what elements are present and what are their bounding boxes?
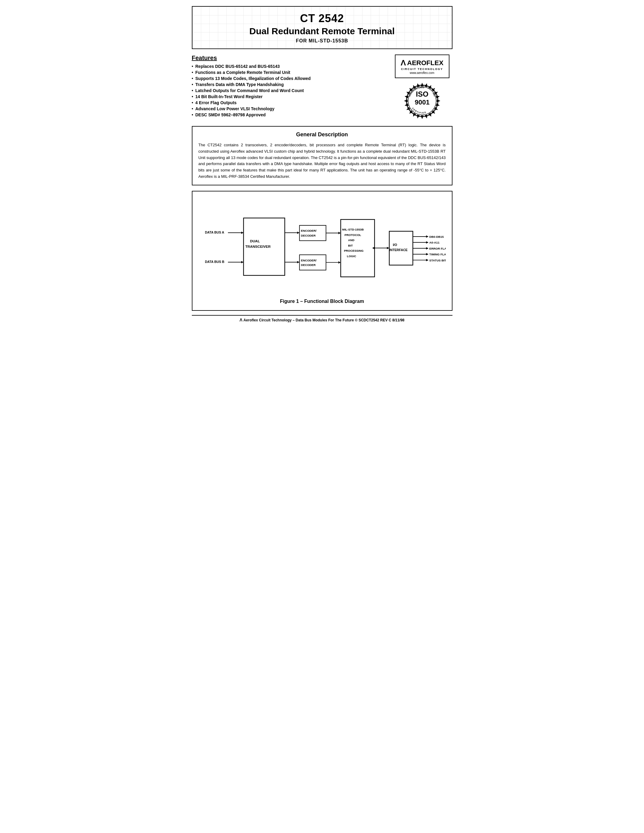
svg-marker-18 xyxy=(404,99,407,102)
description-title: General Description xyxy=(198,132,446,138)
aeroflex-url: www.aeroflex.com xyxy=(400,71,444,74)
aeroflex-subtitle: CIRCUIT TECHNOLOGY xyxy=(400,68,444,71)
iso-badge: ISO 9001 AEROFLEX LABS INC. C E R T I F … xyxy=(402,81,442,121)
svg-text:MIL-STD-1553B: MIL-STD-1553B xyxy=(342,228,364,231)
description-text: The CT2542 contains 2 transceivers, 2 en… xyxy=(198,142,446,180)
svg-marker-69 xyxy=(426,235,428,238)
svg-marker-6 xyxy=(437,99,440,102)
feature-item: DESC SMD# 5962–89798 Approved xyxy=(192,113,386,117)
svg-text:9001: 9001 xyxy=(415,98,430,106)
svg-text:DB0-DB15: DB0-DB15 xyxy=(429,235,444,238)
feature-item: Functions as a Complete Remote Terminal … xyxy=(192,70,386,75)
features-section: Features Replaces DDC BUS-65142 and BUS-… xyxy=(192,55,452,121)
svg-marker-42 xyxy=(297,232,299,234)
footer-text: Aeroflex Circuit Technology – Data Bus M… xyxy=(243,318,404,322)
product-standard: FOR MIL-STD-1553B xyxy=(198,38,446,43)
feature-item: Latched Outputs for Command Word and Wor… xyxy=(192,88,386,93)
svg-text:BIT: BIT xyxy=(348,244,353,247)
svg-marker-78 xyxy=(426,253,428,255)
header-box: CT 2542 Dual Redundant Remote Terminal F… xyxy=(192,6,452,49)
features-left: Features Replaces DDC BUS-65142 and BUS-… xyxy=(192,55,386,119)
svg-marker-0 xyxy=(421,83,424,86)
svg-text:INTERFACE: INTERFACE xyxy=(389,248,407,252)
svg-text:DUAL: DUAL xyxy=(250,239,260,243)
aeroflex-name: AEROFLEX xyxy=(407,59,443,67)
svg-marker-75 xyxy=(426,247,428,249)
feature-item: Transfers Data with DMA Type Handshaking xyxy=(192,82,386,87)
svg-text:DECODER: DECODER xyxy=(301,263,316,267)
svg-text:I/O: I/O xyxy=(393,243,397,246)
header-content: CT 2542 Dual Redundant Remote Terminal F… xyxy=(192,6,452,48)
svg-rect-45 xyxy=(299,225,326,241)
feature-item: Supports 13 Mode Codes, Illegalization o… xyxy=(192,76,386,81)
svg-text:DATA BUS A: DATA BUS A xyxy=(205,230,224,234)
aeroflex-logo-box: Λ AEROFLEX CIRCUIT TECHNOLOGY www.aerofl… xyxy=(395,55,449,78)
feature-item: Replaces DDC BUS-65142 and BUS-65143 xyxy=(192,64,386,69)
svg-text:ERROR FLAG: ERROR FLAG xyxy=(429,246,446,250)
svg-marker-81 xyxy=(426,259,428,261)
svg-text:DATA BUS B: DATA BUS B xyxy=(205,260,224,264)
feature-item: Advanced Low Power VLSI Technology xyxy=(192,106,386,111)
svg-text:ENCODER/: ENCODER/ xyxy=(301,258,317,262)
svg-text:ENCODER/: ENCODER/ xyxy=(301,229,317,232)
svg-text:PROCESSING: PROCESSING xyxy=(344,249,363,252)
svg-rect-48 xyxy=(299,255,326,270)
svg-marker-64 xyxy=(372,247,375,249)
diagram-title: Figure 1 – Functional Block Diagram xyxy=(198,299,446,304)
svg-marker-72 xyxy=(426,241,428,244)
diagram-svg-container: DATA BUS A DATA BUS B DUAL TRANSCEIVER xyxy=(198,198,446,294)
aeroflex-A-icon: Λ xyxy=(401,58,406,68)
features-right: Λ AEROFLEX CIRCUIT TECHNOLOGY www.aerofl… xyxy=(392,55,452,121)
footer-aeroflex-icon: Λ xyxy=(240,317,242,322)
svg-text:PROTOCOL: PROTOCOL xyxy=(344,233,361,236)
svg-text:STATUS BITS: STATUS BITS xyxy=(429,258,446,262)
svg-marker-12 xyxy=(421,116,424,119)
svg-text:TRANSCEIVER: TRANSCEIVER xyxy=(245,244,270,248)
block-diagram-svg: DATA BUS A DATA BUS B DUAL TRANSCEIVER xyxy=(198,198,446,294)
iso-badge-svg: ISO 9001 AEROFLEX LABS INC. C E R T I F … xyxy=(402,81,442,121)
svg-text:LOGIC: LOGIC xyxy=(347,254,356,258)
svg-text:AND: AND xyxy=(348,238,354,242)
description-box: General Description The CT2542 contains … xyxy=(192,126,452,185)
svg-text:A0-A11: A0-A11 xyxy=(429,241,440,244)
svg-marker-44 xyxy=(297,261,299,263)
svg-text:DECODER: DECODER xyxy=(301,234,316,237)
diagram-box: DATA BUS A DATA BUS B DUAL TRANSCEIVER xyxy=(192,191,452,311)
features-heading: Features xyxy=(192,55,386,61)
svg-text:ISO: ISO xyxy=(416,90,428,98)
feature-item: 4 Error Flag Outputs xyxy=(192,100,386,105)
footer: Λ Aeroflex Circuit Technology – Data Bus… xyxy=(192,315,452,322)
product-number: CT 2542 xyxy=(198,12,446,25)
product-name: Dual Redundant Remote Terminal xyxy=(198,26,446,36)
svg-text:TIMING FLAGS: TIMING FLAGS xyxy=(429,252,446,256)
feature-item: 14 Bit Built-In-Test Word Register xyxy=(192,94,386,99)
features-list: Replaces DDC BUS-65142 and BUS-65143Func… xyxy=(192,64,386,117)
